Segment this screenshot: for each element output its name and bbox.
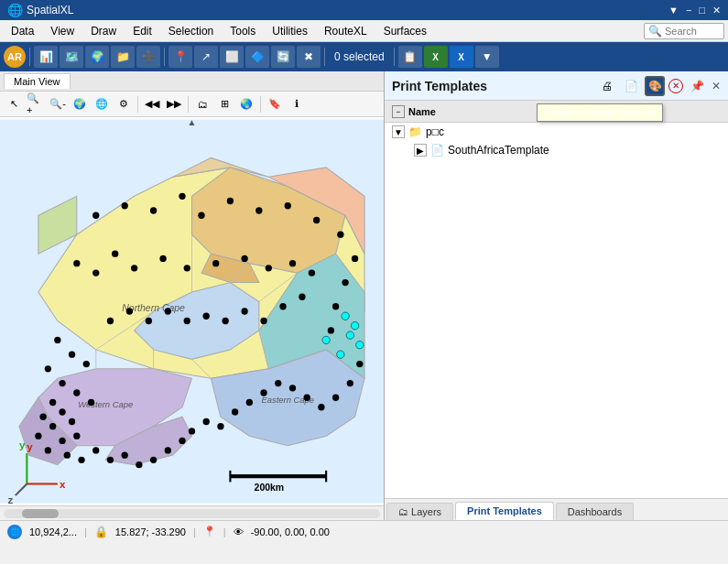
svg-point-53 [222,318,228,324]
eye-icon: 👁 [234,526,244,537]
scroll-thumb[interactable] [22,509,59,518]
menu-draw[interactable]: Draw [83,23,124,39]
svg-point-65 [73,389,80,396]
svg-point-24 [92,212,99,219]
grid-btn[interactable]: ⊞ [214,94,234,114]
svg-point-45 [241,255,247,262]
search-input[interactable] [665,26,720,37]
toolbar-map-btn[interactable]: 🌍 [85,46,109,68]
svg-point-61 [69,351,75,357]
design-template-btn[interactable]: 🎨 Design selected template [645,76,665,96]
menu-selection[interactable]: Selection [161,23,221,39]
tab-layers[interactable]: 🗂 Layers [386,503,453,520]
scroll-track[interactable] [4,509,380,518]
svg-point-38 [73,260,80,266]
world-btn[interactable]: 🌏 [236,94,256,114]
toolbar-logo-btn[interactable]: AR [4,46,26,68]
toolbar-nav-btn[interactable]: ↗ [194,46,218,68]
menu-routexl[interactable]: RouteXL [317,23,375,39]
design-icon: 🎨 [648,80,662,92]
svg-point-97 [356,361,363,367]
toolbar-deselect-btn[interactable]: ✖ [297,46,321,68]
status-globe: 🌐 [7,525,22,539]
back-btn[interactable]: ◀◀ [142,94,162,114]
svg-point-32 [313,217,320,223]
svg-point-83 [165,447,171,453]
pin-panel-btn[interactable]: 📌 [690,80,704,92]
svg-point-76 [64,451,71,458]
template-tree: ▼ 📁 p□c ▶ 📄 SouthAfricaTemplate [385,123,728,498]
svg-point-42 [159,255,166,262]
settings-btn[interactable]: ⚙ [114,94,134,114]
menu-data[interactable]: Data [4,23,41,39]
globe2-btn[interactable]: 🌐 [92,94,112,114]
toolbar-folder-btn[interactable]: 📁 [111,46,135,68]
col-name-label: Name [408,106,436,117]
tab-dashboards[interactable]: Dashboards [556,503,634,520]
maximize-button[interactable]: □ [699,5,705,16]
forward-btn[interactable]: ▶▶ [164,94,184,114]
scroll-up-btn[interactable]: ▲ [185,117,200,127]
map-view: ▲ [0,117,384,505]
template-expand-btn[interactable]: ▶ [414,144,427,157]
status-marker: 📍 [203,526,216,537]
app-title: SpatialXL [27,4,73,16]
layer-btn[interactable]: 🗂 [192,94,212,114]
svg-point-50 [279,303,286,309]
svg-point-74 [73,433,80,439]
toolbar-pin-btn[interactable]: 📍 [168,46,192,68]
toolbar-excel-btn[interactable]: X [424,46,448,68]
svg-point-29 [227,198,234,204]
dashboards-label: Dashboards [568,506,622,517]
svg-point-66 [88,399,94,406]
menu-view[interactable]: View [43,23,81,39]
print-templates-header: Print Templates 🖨 📄 🎨 Design selected te… [385,71,728,101]
info-btn[interactable]: ℹ [287,94,307,114]
tab-print-templates[interactable]: Print Templates [455,502,554,520]
toolbar-dropdown-btn[interactable]: ▼ [475,46,499,68]
toolbar-poly-btn[interactable]: 🔷 [245,46,269,68]
template-item[interactable]: ▶ 📄 SouthAfricaTemplate [385,141,728,159]
print-icon-btn[interactable]: 🖨 [597,76,617,96]
toolbar-add-btn[interactable]: ➕ [136,46,160,68]
svg-point-48 [309,269,315,276]
svg-point-68 [39,414,46,420]
folder-item[interactable]: ▼ 📁 p□c [385,123,728,141]
close-button[interactable]: ✕ [712,5,721,16]
toolbar-view-btn[interactable]: 🗺️ [60,46,83,68]
bookmark-btn[interactable]: 🔖 [265,94,285,114]
title-bar: 🌐 SpatialXL ▼ − □ ✕ [0,0,728,20]
minimize-button[interactable]: − [686,5,691,16]
svg-text:x: x [60,479,66,490]
globe-view-btn[interactable]: 🌍 [70,94,90,114]
toolbar-lasso-btn[interactable]: 🔄 [271,46,295,68]
expand-all-btn[interactable]: − [392,105,405,118]
menu-edit[interactable]: Edit [125,23,159,39]
folder-expand-btn[interactable]: ▼ [392,125,405,138]
toolbar-select-btn[interactable]: ⬜ [220,46,244,68]
toolbar-excel2-btn[interactable]: X [450,46,473,68]
status-lock: 🔒 [94,526,108,538]
pin-icon[interactable]: ▼ [668,5,679,16]
map-scrollbar[interactable] [0,505,384,520]
svg-point-103 [342,312,349,320]
menu-utilities[interactable]: Utilities [265,23,315,39]
close-btn[interactable]: ✕ [712,80,721,92]
svg-point-90 [260,389,266,396]
toolbar-data-btn[interactable]: 📊 [34,46,58,68]
svg-point-88 [232,408,238,415]
zoom-in-btn[interactable]: 🔍+ [26,94,46,114]
search-box[interactable]: 🔍 [644,23,724,39]
menu-surfaces[interactable]: Surfaces [376,23,434,39]
toolbar-table-btn[interactable]: 📋 [398,46,422,68]
menu-tools[interactable]: Tools [223,23,263,39]
close-panel-btn[interactable]: ✕ [668,79,683,93]
svg-point-47 [289,260,296,266]
svg-text:Western Cape: Western Cape [78,399,133,409]
main-view-tab[interactable]: Main View [4,73,71,89]
new-template-btn[interactable]: 📄 [621,76,641,96]
svg-point-75 [45,447,51,453]
zoom-out-btn[interactable]: 🔍- [48,94,68,114]
select-arrow-btn[interactable]: ↖ [4,94,24,114]
status-sep-3: | [223,526,226,537]
